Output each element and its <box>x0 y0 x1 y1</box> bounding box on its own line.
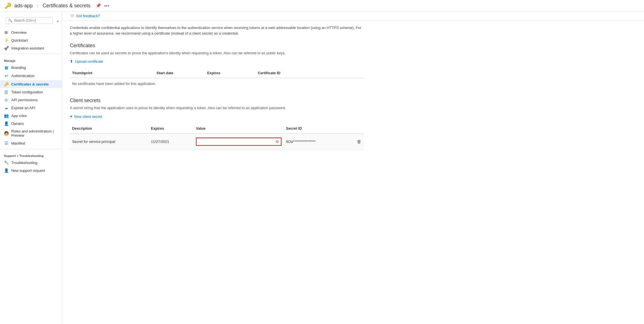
authentication-icon: ↩ <box>4 73 8 78</box>
secrets-table-header: Description Expires Value Secret ID <box>70 123 364 134</box>
roles-admin-icon: 🧑 <box>4 131 8 136</box>
sidebar-item-token-configuration[interactable]: ||| Token configuration <box>0 88 62 96</box>
secret-expires: 11/27/2021 <box>149 137 194 147</box>
value-input-container: ⧉ <box>196 138 281 146</box>
copy-value-icon[interactable]: ⧉ <box>276 139 279 144</box>
col-start-date: Start date <box>154 70 205 76</box>
overview-icon: ⊞ <box>4 30 8 35</box>
secret-description: Secret for service principal <box>70 137 149 147</box>
search-icon: 🔍 <box>8 19 12 22</box>
sidebar-item-authentication[interactable]: ↩ Authentication <box>0 71 62 80</box>
sidebar-item-api-permissions[interactable]: ⊙ API permissions <box>0 96 62 104</box>
expose-api-icon: ☁ <box>4 105 8 110</box>
sidebar-label-branding: Branding <box>11 66 26 70</box>
support-icon: 👤 <box>4 168 8 173</box>
page-header: 🔑 ads-app | Certificates & secrets 📌 ••• <box>0 0 644 12</box>
secret-id: 8Oa**************** <box>286 140 316 144</box>
api-permissions-icon: ⊙ <box>4 98 8 102</box>
owners-icon: 👤 <box>4 121 8 126</box>
support-section-label: Support + Troubleshooting <box>0 151 62 159</box>
more-options-icon[interactable]: ••• <box>104 3 110 8</box>
delete-secret-icon[interactable]: 🗑 <box>357 139 361 144</box>
sidebar-item-app-roles[interactable]: 👥 App roles <box>0 112 62 120</box>
header-actions: 📌 ••• <box>96 3 110 8</box>
sidebar-divider-1 <box>0 54 62 54</box>
heart-icon: 🤍 <box>70 14 74 18</box>
app-icon: 🔑 <box>5 2 12 9</box>
header-separator: | <box>37 4 38 8</box>
sidebar-label-roles-admin: Roles and administrators | Preview <box>11 129 58 138</box>
certificates-section: Certificates Certificates can be used as… <box>70 43 364 89</box>
sidebar-label-new-support: New support request <box>11 168 45 173</box>
table-row: Secret for service principal 11/27/2021 … <box>70 134 364 150</box>
intro-description: Credentials enable confidential applicat… <box>70 25 364 36</box>
sidebar-label-manifest: Manifest <box>11 141 25 145</box>
sidebar-label-integration: Integration assistant <box>11 46 44 50</box>
manage-section-label: Manage <box>0 56 62 64</box>
sidebar-item-overview[interactable]: ⊞ Overview <box>0 28 62 36</box>
content-inner: Credentials enable confidential applicat… <box>62 21 372 154</box>
sidebar-item-expose-api[interactable]: ☁ Expose an API <box>0 104 62 112</box>
branding-icon: ▦ <box>4 65 8 70</box>
sidebar-item-owners[interactable]: 👤 Owners <box>0 120 62 127</box>
sidebar-label-expose-api: Expose an API <box>11 106 35 110</box>
certificates-title: Certificates <box>70 43 364 49</box>
sidebar-divider-2 <box>0 149 62 149</box>
sidebar-label-quickstart: Quickstart <box>11 38 28 42</box>
sidebar-item-roles-administrators[interactable]: 🧑 Roles and administrators | Preview <box>0 127 62 139</box>
col-thumbprint: Thumbprint <box>70 70 154 76</box>
sidebar-item-troubleshooting[interactable]: 🔧 Troubleshooting <box>0 159 62 166</box>
sidebar-label-api-permissions: API permissions <box>11 98 38 102</box>
client-secrets-section: Client secrets A secret string that the … <box>70 98 364 150</box>
client-secrets-description: A secret string that the application use… <box>70 106 364 110</box>
sidebar-search-container: 🔍 <box>6 17 53 24</box>
manifest-icon: ☰ <box>4 141 8 145</box>
new-client-secret-button[interactable]: + New client secret <box>70 114 364 119</box>
app-roles-icon: 👥 <box>4 113 8 118</box>
upload-icon: ⬆ <box>70 59 73 64</box>
secret-value-cell: ⧉ <box>194 134 284 150</box>
main-layout: 🔍 « ⊞ Overview ⚡ Quickstart 🚀 Integratio… <box>0 12 644 324</box>
col-description: Description <box>70 125 149 132</box>
app-name: ads-app <box>14 3 33 9</box>
integration-icon: 🚀 <box>4 46 8 50</box>
sidebar-item-quickstart[interactable]: ⚡ Quickstart <box>0 36 62 44</box>
page-title: Certificates & secrets <box>43 3 90 9</box>
col-expires: Expires <box>205 70 256 76</box>
feedback-label: Got feedback? <box>76 14 100 18</box>
certificates-table-header: Thumbprint Start date Expires Certificat… <box>70 68 364 78</box>
sidebar-label-authentication: Authentication <box>11 74 34 78</box>
sidebar-label-certificates: Certificates & secrets <box>11 82 49 86</box>
secret-id-cell: 8Oa**************** 🗑 <box>284 136 364 147</box>
pin-icon[interactable]: 📌 <box>96 3 101 8</box>
sidebar-item-integration-assistant[interactable]: 🚀 Integration assistant <box>0 44 62 52</box>
collapse-sidebar-button[interactable]: « <box>57 19 59 23</box>
new-secret-label: New client secret <box>74 114 102 119</box>
sidebar-item-manifest[interactable]: ☰ Manifest <box>0 139 62 147</box>
token-icon: ||| <box>4 90 8 94</box>
content-area: 🤍 Got feedback? Credentials enable confi… <box>62 12 644 324</box>
certificates-empty-message: No certificates have been added for this… <box>70 78 364 89</box>
sidebar: 🔍 « ⊞ Overview ⚡ Quickstart 🚀 Integratio… <box>0 12 62 324</box>
sidebar-label-owners: Owners <box>11 122 24 126</box>
col-value: Value <box>194 125 284 132</box>
sidebar-label-app-roles: App roles <box>11 114 27 118</box>
upload-certificate-button[interactable]: ⬆ Upload certificate <box>70 59 364 64</box>
troubleshooting-icon: 🔧 <box>4 160 8 165</box>
col-expires-secrets: Expires <box>149 125 194 132</box>
sidebar-item-branding[interactable]: ▦ Branding <box>0 64 62 71</box>
plus-icon: + <box>70 114 72 119</box>
certificates-description: Certificates can be used as secrets to p… <box>70 51 364 55</box>
sidebar-label-overview: Overview <box>11 30 26 35</box>
sidebar-label-token: Token configuration <box>11 90 43 94</box>
search-input[interactable] <box>14 19 50 22</box>
sidebar-label-troubleshooting: Troubleshooting <box>11 161 37 165</box>
sidebar-item-new-support[interactable]: 👤 New support request <box>0 166 62 174</box>
feedback-bar[interactable]: 🤍 Got feedback? <box>62 12 644 21</box>
sidebar-item-certificates-secrets[interactable]: 🔑 Certificates & secrets <box>0 80 62 88</box>
client-secrets-title: Client secrets <box>70 98 364 104</box>
certificates-icon: 🔑 <box>4 82 8 86</box>
upload-label: Upload certificate <box>75 59 103 64</box>
col-secret-id: Secret ID <box>284 125 364 132</box>
col-certificate-id: Certificate ID <box>256 70 364 76</box>
